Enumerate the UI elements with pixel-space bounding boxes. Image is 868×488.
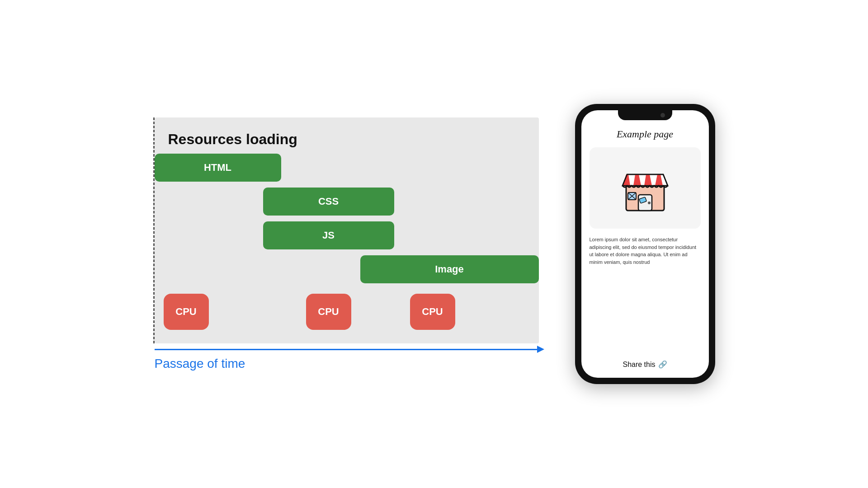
html-bar: HTML [155,154,281,182]
image-bar: Image [360,255,539,283]
resources-loading-diagram: Resources loading HTML CSS JS Image CPU [155,117,539,343]
page-body-text: Lorem ipsum dolor sit amet, consectetur … [590,236,701,266]
share-row[interactable]: Share this 🔗 [623,360,667,369]
diagram-outer: Resources loading HTML CSS JS Image CPU [153,117,539,343]
link-icon: 🔗 [658,360,667,369]
time-axis-container [155,349,539,350]
diagram-title: Resources loading [168,131,525,148]
share-label[interactable]: Share this [623,361,655,369]
phone-camera [660,113,665,117]
page-title: Example page [617,128,673,140]
phone-screen: Example page [581,110,709,378]
cpu-block-3: CPU [410,294,455,330]
diagram-section: Resources loading HTML CSS JS Image CPU [153,117,539,371]
store-icon [618,161,672,215]
css-bar: CSS [263,188,394,216]
time-arrow [155,349,539,350]
svg-point-2 [648,202,651,204]
store-image-card [590,147,701,229]
main-container: Resources loading HTML CSS JS Image CPU [0,104,868,384]
cpu-block-2: CPU [306,294,351,330]
phone-section: Example page [575,104,715,384]
phone-notch [618,110,672,120]
phone-device: Example page [575,104,715,384]
cpu-block-1: CPU [164,294,209,330]
js-bar: JS [263,221,394,249]
time-axis-label: Passage of time [155,357,245,371]
